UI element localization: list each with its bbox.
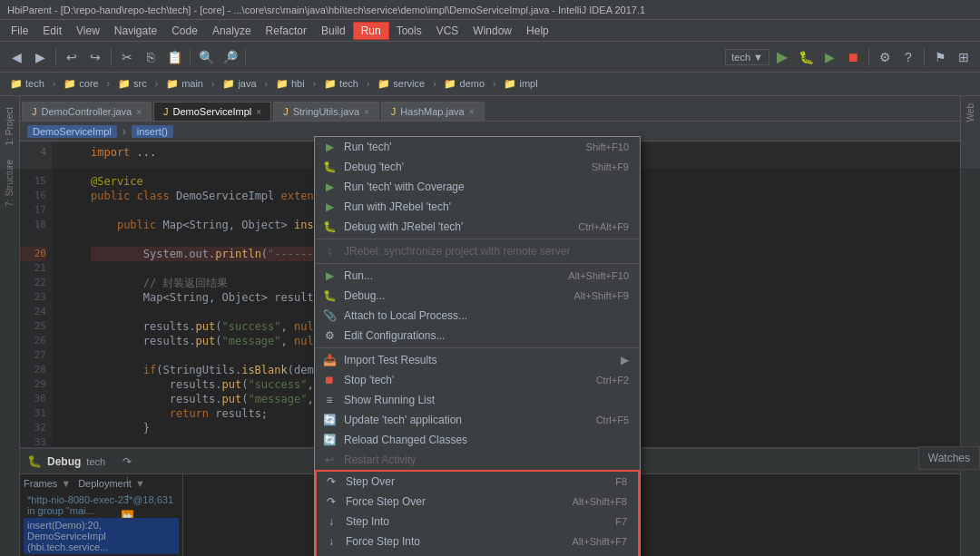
nav-main[interactable]: 📁 main [162,76,208,92]
close-tab-hashmap[interactable]: × [469,107,475,117]
toolbar-sep-5 [868,48,869,66]
menu-edit[interactable]: Edit [35,23,69,39]
frames-label[interactable]: Frames [24,478,57,489]
copy-btn[interactable]: ⎘ [140,46,162,68]
menu-edit-config[interactable]: ⚙ Edit Configurations... [315,326,640,346]
paste-btn[interactable]: 📋 [163,46,185,68]
menu-file[interactable]: File [4,23,35,39]
menu-run-ellipsis[interactable]: ▶ Run... Alt+Shift+F10 [315,266,640,286]
breadcrumb-method[interactable]: insert() [132,125,173,138]
menu-debug-ellipsis[interactable]: 🐛 Debug... Alt+Shift+F9 [315,286,640,306]
nav-demo[interactable]: 📁 demo [439,76,489,92]
menu-smart-step-into[interactable]: ↓ Smart Step Into Shift+F7 [317,551,638,556]
nav-tech[interactable]: 📁 tech [5,76,49,92]
menu-import-test[interactable]: 📥 Import Test Results ▶ [315,350,640,370]
menu-show-running[interactable]: ≡ Show Running List [315,390,640,410]
menu-attach-local[interactable]: 📎 Attach to Local Process... [315,306,640,326]
menu-debug-jrebel[interactable]: 🐛 Debug with JRebel 'tech' Ctrl+Alt+F9 [315,217,640,237]
menu-vcs[interactable]: VCS [429,23,466,39]
menu-force-step-into[interactable]: ↓ Force Step Into Alt+Shift+F7 [317,532,638,551]
forward-btn[interactable]: ▶ [29,46,51,68]
coverage-btn[interactable]: ▶ [818,46,840,68]
edit-config-label: Edit Configurations... [344,329,445,342]
menu-run-coverage[interactable]: ▶ Run 'tech' with Coverage [315,177,640,197]
nav-core[interactable]: 📁 core [59,76,103,92]
cut-btn[interactable]: ✂ [116,46,138,68]
nav-tech2[interactable]: 📁 tech [319,76,363,92]
restart-activity-icon: ↩ [322,453,337,467]
debug-tech-label: Debug 'tech' [344,161,404,173]
nav-java[interactable]: 📁 java [218,76,260,92]
debug-steps-section: ↷ Step Over F8 ↷ Force Step Over Alt+Shi… [315,470,640,556]
close-tab-demoserviceimpl[interactable]: × [256,107,261,117]
debug-jrebel-shortcut: Ctrl+Alt+F9 [578,221,629,232]
tab-democontroller[interactable]: J DemoController.java × [22,102,152,121]
debug-btn[interactable]: 🐛 [795,46,817,68]
menu-tools[interactable]: Tools [389,23,429,39]
frames-dropdown[interactable]: ▼ [61,478,71,489]
tab-hashmap[interactable]: J HashMap.java × [381,102,485,121]
menu-debug-tech[interactable]: 🐛 Debug 'tech' Shift+F9 [315,157,640,177]
thread-item[interactable]: *http-nio-8080-exec-23*@18,631 in group … [24,493,179,518]
menu-view[interactable]: View [69,23,107,39]
menu-build[interactable]: Build [314,23,353,39]
menu-window[interactable]: Window [466,23,519,39]
close-tab-democontroller[interactable]: × [136,107,142,117]
close-tab-stringutils[interactable]: × [364,107,369,117]
watches-button[interactable]: Watches [918,446,980,470]
extra-btn[interactable]: ⚑ [929,46,951,68]
menu-run[interactable]: Run [353,22,389,40]
sep-1 [315,239,640,239]
menu-bar: File Edit View Navigate Code Analyze Ref… [0,20,980,42]
config-dropdown[interactable]: tech ▼ [725,49,769,65]
nav-src[interactable]: 📁 src [113,76,152,92]
step-into-icon: ↓ [324,514,338,529]
stop-btn[interactable]: ⏹ [842,46,864,68]
menu-step-into[interactable]: ↓ Step Into F7 [317,512,638,532]
menu-restart-activity: ↩ Restart Activity [315,450,640,470]
menu-force-step-over[interactable]: ↷ Force Step Over Alt+Shift+F8 [317,492,638,512]
menu-help[interactable]: Help [519,23,556,39]
menu-update-app[interactable]: 🔄 Update 'tech' application Ctrl+F5 [315,410,640,430]
extra-btn2[interactable]: ⊞ [953,46,975,68]
toolbar-sep-2 [111,48,112,66]
sidebar-project[interactable]: 1: Project [3,100,16,152]
deployment-label[interactable]: Deployment [78,478,132,489]
title-text: HbiParent - [D:\repo-hand\repo-tech\tech… [7,5,645,15]
attach-local-label: Attach to Local Process... [344,309,467,322]
back-btn[interactable]: ◀ [5,46,27,68]
redo-btn[interactable]: ↪ [84,46,106,68]
tab-demoserviceimpl[interactable]: J DemoServiceImpl × [153,102,271,121]
help-btn[interactable]: ? [897,46,919,68]
nav-impl[interactable]: 📁 impl [499,76,542,92]
run-tech-shortcut: Shift+F10 [586,141,629,152]
nav-service[interactable]: 📁 service [373,76,429,92]
nav-hbi[interactable]: 📁 hbi [271,76,309,92]
tab-stringutils[interactable]: J StringUtils.java × [273,102,379,121]
menu-run-jrebel[interactable]: ▶ Run with JRebel 'tech' [315,197,640,217]
menu-refactor[interactable]: Refactor [259,23,314,39]
menu-reload-classes[interactable]: 🔄 Reload Changed Classes [315,430,640,450]
menu-navigate[interactable]: Navigate [107,23,164,39]
sep-2 [315,263,640,264]
run-btn[interactable]: ▶ [771,46,793,68]
reload-classes-icon: 🔄 [322,433,337,447]
debug-tech-label[interactable]: tech [86,456,105,467]
sidebar-web[interactable]: Web [964,96,977,129]
undo-btn[interactable]: ↩ [61,46,83,68]
search2-btn[interactable]: 🔎 [219,46,240,68]
sidebar-structure[interactable]: 7: Structure [3,152,16,214]
show-running-label: Show Running List [344,394,435,406]
menu-step-over[interactable]: ↷ Step Over F8 [317,472,638,492]
menu-analyze[interactable]: Analyze [205,23,259,39]
menu-run-tech[interactable]: ▶ Run 'tech' Shift+F10 [315,137,640,157]
menu-code[interactable]: Code [164,23,205,39]
menu-stop-tech[interactable]: ⏹ Stop 'tech' Ctrl+F2 [315,370,640,390]
editor-tabs: J DemoController.java × J DemoServiceImp… [20,96,960,122]
frame-0[interactable]: insert(Demo):20, DemoServiceImpl (hbi.te… [24,518,179,554]
breadcrumb-class[interactable]: DemoServiceImpl [27,125,117,138]
search-btn[interactable]: 🔍 [195,46,217,68]
settings-btn[interactable]: ⚙ [874,46,896,68]
stepover-debug-btn[interactable]: ↷ [118,453,136,471]
debug-title: Debug [47,455,81,468]
